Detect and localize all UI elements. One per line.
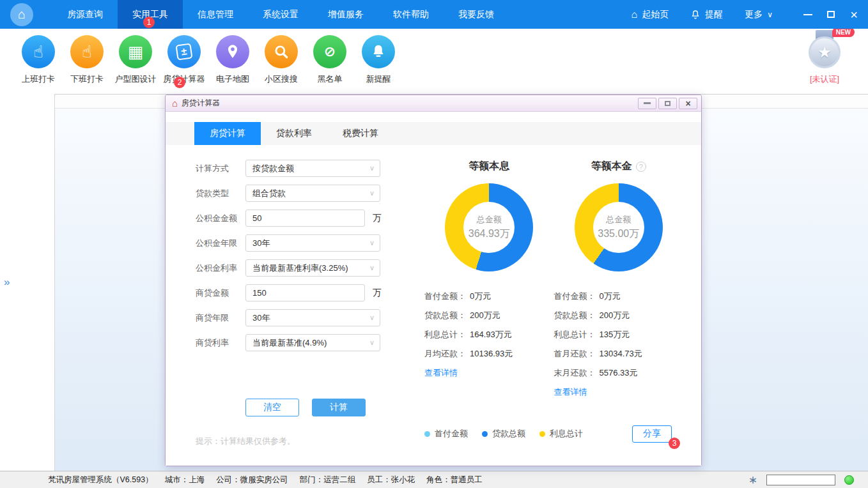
form-buttons: 清空 计算	[245, 399, 413, 416]
annuity-details: 首付金额：0万元 贷款总额：200万元 利息总计：164.93万元 月均还款：1…	[424, 287, 554, 383]
form-row: 公积金利率 当前最新基准利率(3.25%)∨	[196, 259, 413, 277]
commercial-amount-input[interactable]	[245, 284, 365, 301]
commercial-years-select[interactable]: 30年∨	[245, 309, 380, 326]
floorplan-icon: ▦	[128, 43, 144, 60]
chevron-down-icon: ∨	[369, 339, 375, 347]
mortgage-calculator-dialog: ⌂ 房贷计算器 × 房贷计算 贷款利率 税费计算 计算方式 按贷款金额∨ 贷款类…	[165, 95, 702, 466]
tool-community-search[interactable]: 小区搜搜	[257, 35, 306, 89]
role-label: 角色：普通员工	[426, 475, 483, 485]
close-icon: ×	[850, 8, 858, 21]
step-badge-2: 2	[174, 77, 185, 88]
tool-electronic-map[interactable]: 电子地图	[208, 35, 257, 89]
status-progress-box	[766, 475, 835, 485]
legend-item-interest: 利息总计	[539, 428, 583, 439]
field-label: 商贷年限	[196, 312, 245, 324]
tool-new-reminder[interactable]: 新提醒	[354, 35, 403, 89]
fund-amount-input[interactable]	[245, 210, 365, 227]
fund-years-select[interactable]: 30年∨	[245, 234, 380, 252]
linear-view-details-link[interactable]: 查看详情	[554, 383, 684, 402]
field-label: 公积金金额	[196, 213, 245, 224]
form-row: 贷款类型 组合贷款∨	[196, 185, 413, 202]
home-icon: ⌂	[632, 10, 638, 20]
minimize-icon	[803, 14, 812, 15]
commercial-rate-select[interactable]: 当前最新基准(4.9%)∨	[245, 334, 380, 351]
chevron-down-icon: ∨	[369, 314, 375, 322]
tool-blacklist[interactable]: ⊘ 黑名单	[306, 35, 354, 89]
window-maximize-button[interactable]	[822, 0, 840, 29]
medal-icon[interactable]: ★ NEW	[805, 30, 844, 71]
employee-label: 员工：张小花	[367, 475, 415, 485]
calculator-tabs: 房贷计算 贷款利率 税费计算	[166, 122, 701, 145]
certification-area: ★ NEW [未认证]	[799, 30, 850, 85]
field-label: 商贷利率	[196, 337, 245, 349]
restore-icon	[665, 101, 670, 106]
menu-item-listings[interactable]: 房源查询	[52, 0, 118, 29]
home-page-button[interactable]: ⌂ 起始页	[632, 9, 669, 20]
form-row: 公积金年限 30年∨	[196, 234, 413, 252]
city-label: 城市：上海	[165, 475, 205, 485]
tool-floorplan-design[interactable]: ▦ 户型图设计	[111, 35, 160, 89]
menu-item-settings[interactable]: 系统设置	[248, 0, 313, 29]
minimize-icon	[644, 102, 651, 104]
menu-item-feedback[interactable]: 我要反馈	[444, 0, 509, 29]
dialog-body: 房贷计算 贷款利率 税费计算 计算方式 按贷款金额∨ 贷款类型 组合贷款∨ 公积…	[166, 112, 701, 466]
form-row: 商贷利率 当前最新基准(4.9%)∨	[196, 334, 413, 351]
calculate-button[interactable]: 计算	[312, 399, 366, 416]
calc-method-select[interactable]: 按贷款金额∨	[245, 160, 380, 177]
chart-legend: 首付金额 贷款总额 利息总计 分享 3	[424, 420, 683, 447]
tab-loan-rates[interactable]: 贷款利率	[261, 122, 327, 145]
more-menu-button[interactable]: 更多 ∨	[745, 9, 777, 20]
loan-type-select[interactable]: 组合贷款∨	[245, 185, 380, 202]
field-label: 公积金年限	[196, 238, 245, 249]
dialog-title: 房贷计算器	[182, 98, 220, 109]
window-minimize-button[interactable]	[799, 0, 817, 29]
company-label: 公司：微服实房公司	[216, 475, 288, 485]
fund-rate-select[interactable]: 当前最新基准利率(3.25%)∨	[245, 259, 380, 277]
detail-row: 末月还款：5576.33元	[554, 363, 684, 383]
tool-clock-out[interactable]: ☝ 下班打卡	[63, 35, 111, 89]
app-version-label: 梵讯房屋管理系统（V6.593）	[48, 475, 153, 485]
tool-clock-in[interactable]: ☝ 上班打卡	[14, 35, 63, 89]
chevron-down-icon: ∨	[369, 189, 375, 197]
linear-details: 首付金额：0万元 贷款总额：200万元 利息总计：135万元 首月还款：1303…	[554, 287, 684, 402]
bell-icon	[690, 10, 701, 20]
bell-icon	[370, 43, 387, 60]
legend-dot-icon	[424, 431, 430, 437]
field-label: 贷款类型	[196, 188, 245, 199]
form-row: 公积金金额 万	[196, 210, 413, 227]
tab-tax-calc[interactable]: 税费计算	[327, 122, 394, 145]
detail-row: 首付金额：0万元	[554, 287, 684, 306]
hint-text: 提示：计算结果仅供参考。	[196, 436, 413, 447]
expand-sidebar-icon[interactable]: »	[4, 276, 10, 289]
dialog-close-button[interactable]: ×	[679, 98, 697, 109]
dialog-restore-button[interactable]	[658, 98, 677, 109]
tab-mortgage-calc[interactable]: 房贷计算	[194, 122, 261, 145]
share-button[interactable]: 分享 3	[632, 425, 672, 443]
new-badge: NEW	[832, 27, 855, 37]
clear-button[interactable]: 清空	[245, 399, 299, 416]
step-badge-1: 1	[143, 17, 155, 28]
menu-item-help[interactable]: 软件帮助	[378, 0, 444, 29]
field-label: 计算方式	[196, 163, 245, 174]
reminder-button[interactable]: 提醒	[690, 9, 723, 20]
dialog-titlebar[interactable]: ⌂ 房贷计算器 ×	[166, 95, 701, 112]
unit-label: 万	[373, 213, 382, 224]
dialog-minimize-button[interactable]	[638, 98, 656, 109]
unit-label: 万	[373, 287, 382, 299]
menu-item-info[interactable]: 信息管理	[183, 0, 248, 29]
app-logo[interactable]: ⌂	[10, 3, 33, 26]
detail-row: 利息总计：164.93万元	[424, 325, 554, 344]
donut-chart-annuity: 总金额 364.93万	[445, 183, 533, 271]
detail-row: 贷款总额：200万元	[424, 306, 554, 325]
window-close-button[interactable]: ×	[845, 0, 863, 29]
house-icon: ⌂	[172, 98, 178, 109]
form-row: 商贷金额 万	[196, 284, 413, 301]
menu-item-value-services[interactable]: 增值服务	[313, 0, 378, 29]
donut-center: 总金额 335.00万	[593, 202, 644, 253]
results-area: 等额本息 总金额 364.93万 首付金额：0万元 贷款总额：200万元 利息总…	[413, 160, 683, 447]
dialog-content: 计算方式 按贷款金额∨ 贷款类型 组合贷款∨ 公积金金额 万 公积金年限 30年…	[166, 145, 701, 447]
annuity-view-details-link[interactable]: 查看详情	[424, 363, 554, 383]
annuity-result-block: 等额本息 总金额 364.93万 首付金额：0万元 贷款总额：200万元 利息总…	[424, 160, 554, 411]
calculator-form: 计算方式 按贷款金额∨ 贷款类型 组合贷款∨ 公积金金额 万 公积金年限 30年…	[196, 160, 413, 447]
help-icon[interactable]: ?	[636, 162, 646, 172]
